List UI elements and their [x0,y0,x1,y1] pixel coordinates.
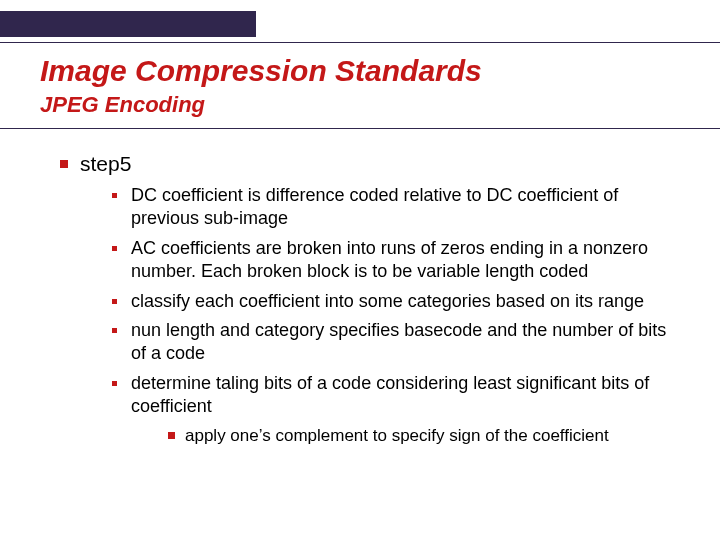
list-item-text: AC coefficients are broken into runs of … [131,237,676,284]
slide-body: step5 DC coefficient is difference coded… [60,152,676,451]
sub-list-item: apply one’s complement to specify sign o… [168,425,676,447]
top-bar-decoration [0,11,256,37]
small-square-bullet-icon [112,246,117,251]
slide-subtitle: JPEG Encoding [40,92,205,118]
slide: Image Compression Standards JPEG Encodin… [0,0,720,540]
step-heading: step5 [60,152,676,176]
step-label: step5 [80,152,131,176]
top-divider [0,42,720,43]
list-item-text: classify each coefficient into some cate… [131,290,644,313]
list-item: nun length and category specifies baseco… [112,319,676,366]
list-item-text: determine taling bits of a code consider… [131,372,676,419]
list-item-text: DC coefficient is difference coded relat… [131,184,676,231]
level2-list: DC coefficient is difference coded relat… [112,184,676,419]
list-item: classify each coefficient into some cate… [112,290,676,313]
list-item-text: nun length and category specifies baseco… [131,319,676,366]
square-bullet-icon [60,160,68,168]
small-square-bullet-icon [112,328,117,333]
subtitle-divider [0,128,720,129]
slide-title: Image Compression Standards [40,54,482,88]
sub-list-item-text: apply one’s complement to specify sign o… [185,425,609,447]
small-square-bullet-icon [112,299,117,304]
square-bullet-icon [168,432,175,439]
small-square-bullet-icon [112,193,117,198]
level3-list: apply one’s complement to specify sign o… [168,425,676,447]
list-item: determine taling bits of a code consider… [112,372,676,419]
list-item: DC coefficient is difference coded relat… [112,184,676,231]
list-item: AC coefficients are broken into runs of … [112,237,676,284]
small-square-bullet-icon [112,381,117,386]
